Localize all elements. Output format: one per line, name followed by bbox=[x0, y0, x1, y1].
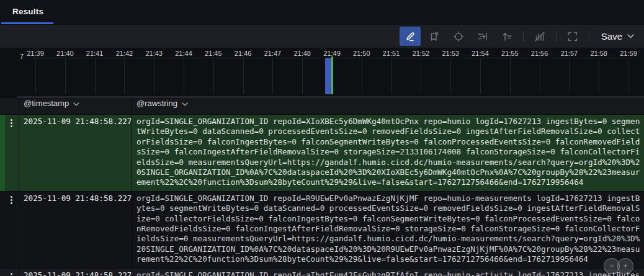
time-tick-label: 21:50 bbox=[353, 50, 370, 57]
row-selection-stripe bbox=[0, 192, 5, 268]
row-gutter bbox=[5, 192, 19, 268]
time-tick-label: 21:54 bbox=[472, 50, 489, 57]
time-gridline bbox=[35, 58, 36, 94]
table-row[interactable]: 2025-11-09 21:48:58.227orgId=SINGLE_ORGA… bbox=[0, 268, 644, 276]
annotate-pencil-button[interactable] bbox=[400, 27, 421, 46]
time-gridline bbox=[213, 58, 214, 94]
fullscreen-button[interactable] bbox=[562, 27, 583, 46]
row-selection-stripe bbox=[0, 115, 5, 191]
overlay-circle: + bbox=[617, 258, 633, 274]
kebab-menu-icon[interactable] bbox=[11, 196, 12, 204]
table-row[interactable]: 2025-11-09 21:48:58.227orgId=SINGLE_ORGA… bbox=[0, 191, 644, 268]
header-gutter-spacer bbox=[5, 98, 19, 114]
annotate-pencil-icon bbox=[404, 30, 416, 43]
time-tick-label: 21:39 bbox=[27, 50, 44, 57]
log-results-panel: Results bbox=[0, 0, 644, 276]
rawstring-cell[interactable]: orgId=SINGLE_ORGANIZATION_ID repoId=XIoX… bbox=[132, 115, 644, 191]
rawstring-cell[interactable]: orgId=SINGLE_ORGANIZATION_ID repoId=R9UE… bbox=[132, 192, 644, 268]
timestamp-cell[interactable]: 2025-11-09 21:48:58.227 bbox=[19, 192, 132, 268]
crosshair-button[interactable] bbox=[448, 27, 469, 46]
column-header-timestamp[interactable]: @timestamp bbox=[19, 98, 132, 114]
tab-results[interactable]: Results bbox=[12, 7, 43, 16]
save-button-label: Save bbox=[601, 31, 622, 42]
time-gridline bbox=[599, 58, 599, 94]
time-tick-label: 21:55 bbox=[501, 50, 519, 57]
scroll-to-latest-button[interactable] bbox=[472, 27, 493, 46]
toolbar-divider bbox=[589, 31, 589, 42]
tab-bar: Results bbox=[0, 0, 644, 25]
event-timeline-chart[interactable]: 7 21:3921:4021:4121:4221:4321:4421:4521:… bbox=[0, 48, 644, 98]
time-tick-label: 21:53 bbox=[442, 50, 459, 57]
table-body: 2025-11-09 21:48:58.227orgId=SINGLE_ORGA… bbox=[0, 114, 644, 276]
row-selection-stripe bbox=[0, 269, 5, 276]
toggle-histogram-button[interactable] bbox=[529, 27, 550, 46]
results-toolbar: Save bbox=[0, 25, 644, 48]
time-tick-label: 21:43 bbox=[145, 50, 163, 57]
time-tick-label: 21:59 bbox=[620, 50, 637, 57]
time-gridline bbox=[628, 58, 629, 94]
kebab-menu-icon[interactable] bbox=[11, 119, 12, 127]
toggle-histogram-icon bbox=[534, 30, 546, 43]
column-header-rawstring[interactable]: @rawstring bbox=[132, 98, 644, 114]
column-header-timestamp-label: @timestamp bbox=[24, 99, 69, 108]
time-gridline bbox=[391, 58, 392, 94]
sort-order-icon bbox=[501, 30, 513, 43]
header-stripe-spacer bbox=[0, 98, 5, 114]
time-gridline bbox=[154, 58, 154, 94]
time-gridline bbox=[302, 58, 303, 94]
time-gridline bbox=[243, 58, 244, 94]
time-tick-label: 21:48 bbox=[293, 50, 311, 57]
time-tick-label: 21:41 bbox=[86, 50, 104, 57]
time-gridline bbox=[421, 58, 421, 94]
scroll-to-latest-icon bbox=[476, 30, 489, 43]
results-table: @timestamp @rawstring 2025-11-09 21:48:5… bbox=[0, 98, 644, 276]
time-gridline bbox=[480, 58, 481, 94]
column-header-rawstring-label: @rawstring bbox=[136, 99, 177, 108]
timestamp-cell[interactable]: 2025-11-09 21:48:58.227 bbox=[19, 115, 132, 191]
time-gridline bbox=[510, 58, 511, 94]
table-row[interactable]: 2025-11-09 21:48:58.227orgId=SINGLE_ORGA… bbox=[0, 114, 644, 191]
row-gutter bbox=[5, 115, 19, 191]
chevron-down-icon bbox=[73, 99, 79, 108]
chevron-down-icon bbox=[182, 99, 188, 108]
time-tick-label: 21:42 bbox=[116, 50, 133, 57]
time-tick-label: 21:47 bbox=[264, 50, 282, 57]
time-tick-label: 21:46 bbox=[235, 50, 252, 57]
toolbar-divider bbox=[556, 31, 557, 42]
rawstring-cell[interactable]: orgId=SINGLE_ORGANIZATION_ID repoId=aIhg… bbox=[132, 269, 644, 276]
time-gridline bbox=[272, 58, 273, 94]
remove-bookmark-button[interactable] bbox=[424, 27, 445, 46]
row-gutter bbox=[5, 269, 19, 276]
time-tick-label: 21:51 bbox=[383, 50, 400, 57]
selected-time-marker bbox=[331, 56, 333, 94]
y-axis-tick-label: 7 bbox=[16, 53, 24, 60]
time-gridline bbox=[95, 58, 96, 94]
time-tick-label: 21:52 bbox=[413, 50, 430, 57]
time-gridline bbox=[450, 58, 451, 94]
time-gridline bbox=[569, 58, 570, 94]
kebab-menu-icon[interactable] bbox=[11, 273, 12, 276]
time-gridline bbox=[65, 58, 66, 94]
histogram-bar[interactable] bbox=[325, 58, 331, 94]
time-gridline bbox=[124, 58, 125, 94]
time-tick-label: 21:44 bbox=[175, 50, 192, 57]
fullscreen-icon bbox=[566, 30, 579, 43]
time-tick-label: 21:57 bbox=[561, 50, 578, 57]
time-tick-label: 21:56 bbox=[531, 50, 548, 57]
toolbar-divider bbox=[523, 31, 524, 42]
time-gridline bbox=[540, 58, 540, 94]
chevron-down-icon bbox=[627, 34, 634, 38]
sort-order-button[interactable] bbox=[496, 27, 517, 46]
time-gridline bbox=[184, 58, 184, 94]
time-tick-label: 21:45 bbox=[205, 50, 222, 57]
save-button[interactable]: Save bbox=[595, 31, 638, 42]
crosshair-icon bbox=[452, 30, 465, 43]
tab-active-underline bbox=[1, 22, 53, 24]
time-tick-label: 21:40 bbox=[56, 50, 74, 57]
table-header-row: @timestamp @rawstring bbox=[0, 98, 644, 114]
timestamp-cell[interactable]: 2025-11-09 21:48:58.227 bbox=[19, 269, 132, 276]
time-gridline bbox=[362, 58, 362, 94]
remove-bookmark-icon bbox=[428, 30, 441, 43]
time-tick-label: 21:58 bbox=[590, 50, 607, 57]
